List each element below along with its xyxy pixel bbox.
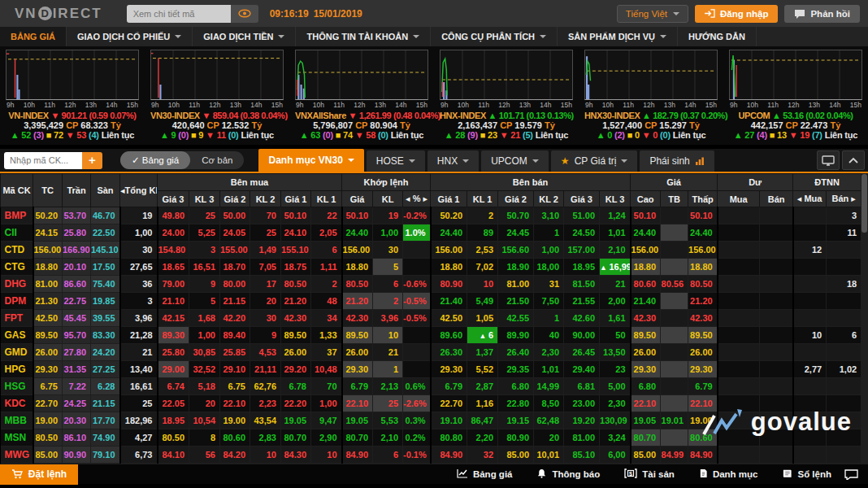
column-header[interactable]: Giá — [342, 191, 373, 207]
menu-item[interactable]: SẢN PHẨM DỊCH VỤ — [558, 27, 678, 46]
turnover-value: 80.904 — [370, 120, 400, 130]
symbol-cell[interactable]: DHG — [1, 276, 33, 293]
column-group-header[interactable]: Mã CK — [1, 174, 33, 207]
bid-price-3-cell: 154.80 — [158, 242, 189, 259]
column-group-header[interactable]: TC — [33, 174, 63, 207]
column-group-header[interactable]: Khớp lệnh — [342, 174, 431, 191]
index-panel[interactable]: 9h10h11h12h13h14h15hVN30-INDEX ▼ 859.04 … — [145, 50, 289, 145]
view-option[interactable]: Cơ bản — [190, 151, 244, 169]
match-change-cell: -0.5% — [403, 310, 431, 327]
column-group-header[interactable]: ◂Tổng KL▸ — [120, 174, 158, 207]
column-header[interactable]: Bán — [760, 191, 793, 207]
column-group-header[interactable]: Sàn — [91, 174, 120, 207]
view-detail-button[interactable] — [231, 5, 258, 23]
ceiling-count: (2) — [612, 130, 625, 140]
index-panel[interactable]: 9h10h11h12h13h14h15hHNX-INDEX ▲ 101.71 (… — [434, 50, 579, 145]
foreign-sell-cell — [827, 344, 861, 361]
low-cell: 80.60 — [688, 429, 718, 447]
symbol-cell[interactable]: BMP — [1, 207, 33, 224]
tab-hose[interactable]: HOSE — [367, 150, 425, 172]
column-header[interactable]: ◂ % ▸ — [403, 191, 431, 207]
index-panel[interactable]: 9h10h11h12h13h14h15hVNXAllShare ▼ 1,261.… — [289, 50, 434, 145]
feedback-button[interactable]: Phản hồi — [784, 5, 860, 23]
index-panel[interactable]: 9h10h11h12h13h14h15hVN-INDEX ▼ 901.21 (0… — [0, 50, 145, 145]
column-header[interactable]: KL 3 — [189, 191, 220, 207]
tab-phái-sinh[interactable]: Phái sinh — [640, 150, 714, 172]
bottombar-item-money[interactable]: $Tài sản — [624, 468, 675, 480]
column-group-header[interactable]: Bên mua — [158, 174, 342, 191]
x-tick-label: 13h — [230, 101, 241, 109]
menu-item[interactable]: CÔNG CỤ PHÂN TÍCH — [431, 27, 558, 46]
support-chat-button[interactable] — [844, 469, 858, 480]
tab-danh-mục-vn30[interactable]: Danh mục VN30 — [258, 149, 363, 172]
symbol-cell[interactable]: CTD — [1, 242, 33, 259]
column-header[interactable]: Cao — [631, 191, 661, 207]
symbol-cell[interactable]: DPM — [1, 293, 33, 310]
column-header[interactable]: KL 1 — [311, 191, 342, 207]
column-header[interactable]: Mua — [718, 191, 760, 207]
column-group-header[interactable]: Trần — [63, 174, 91, 207]
column-header[interactable]: Giá 2 — [498, 191, 534, 207]
index-panel[interactable]: 9h10h11h12h13h14h15hUPCOM ▲ 53.16 (0.02 … — [723, 50, 868, 145]
vertical-scrollbar[interactable] — [861, 173, 868, 464]
column-header[interactable]: Giá 3 — [564, 191, 600, 207]
bid-price-3-cell: 89.30 — [158, 327, 189, 344]
symbol-cell[interactable]: CII — [1, 224, 33, 242]
add-symbol-button[interactable]: + — [82, 152, 102, 169]
chevron-down-icon — [278, 35, 284, 38]
menu-item[interactable]: THÔNG TIN TÀI KHOẢN — [296, 27, 431, 46]
column-header[interactable]: Giá 1 — [431, 191, 467, 207]
column-header[interactable]: Giá 3 — [158, 191, 189, 207]
symbol-cell[interactable]: HPG — [1, 361, 33, 378]
column-header[interactable]: KL 3 — [600, 191, 631, 207]
menu-item[interactable]: GIAO DỊCH TIỀN — [193, 27, 296, 46]
column-header[interactable]: TB — [661, 191, 688, 207]
column-header[interactable]: Giá 2 — [220, 191, 250, 207]
collapse-panel-button[interactable] — [842, 150, 865, 170]
login-button[interactable]: Đăng nhập — [695, 5, 778, 23]
column-header[interactable]: KL 2 — [250, 191, 281, 207]
symbol-cell[interactable]: FPT — [1, 310, 33, 327]
column-header[interactable]: Bán ▸ — [827, 191, 861, 207]
symbol-cell[interactable]: CTG — [1, 259, 33, 276]
bottombar-item-chart-line[interactable]: Bảng giá — [457, 468, 513, 480]
column-group-header[interactable]: Dư — [718, 174, 793, 191]
bottombar-item-doc[interactable]: Danh mục — [699, 468, 758, 480]
symbol-cell[interactable]: HSG — [1, 378, 33, 395]
symbol-cell[interactable]: MSN — [1, 429, 33, 447]
menu-item[interactable]: GIAO DỊCH CỔ PHIẾU — [67, 27, 193, 46]
column-header[interactable]: Giá 1 — [281, 191, 311, 207]
place-order-button[interactable]: Đặt lệnh — [0, 464, 78, 485]
symbol-cell[interactable]: KDC — [1, 395, 33, 412]
bid-price-1-cell: 42.30 — [281, 310, 311, 327]
symbol-detail-input[interactable] — [127, 5, 231, 23]
index-panel[interactable]: 9h10h11h12h13h14h15hHNX30-INDEX ▲ 182.79… — [579, 50, 723, 145]
index-volume: 3,395,429 CP 68.323 Tỷ — [6, 120, 139, 130]
symbol-cell[interactable]: MWG — [1, 447, 33, 464]
column-header[interactable]: KL 2 — [534, 191, 564, 207]
symbol-cell[interactable]: GAS — [1, 327, 33, 344]
column-header[interactable]: KL — [373, 191, 403, 207]
tab-upcom[interactable]: UPCOM — [481, 150, 549, 172]
bottombar-item-bell[interactable]: Thông báo — [536, 468, 600, 480]
column-header[interactable]: Thấp — [688, 191, 718, 207]
ask-vol-2-cell: 3,10 — [534, 207, 564, 224]
bottombar-item-book[interactable]: Sổ lệnh — [782, 468, 831, 480]
symbol-input[interactable] — [4, 152, 82, 169]
column-group-header[interactable]: Giá — [631, 174, 718, 191]
language-select[interactable]: Tiếng Việt — [617, 5, 688, 23]
menu-item[interactable]: HƯỚNG DẪN — [678, 27, 757, 46]
tab-hnx[interactable]: HNX — [427, 150, 479, 172]
bid-vol-1-cell: 9,47 — [311, 412, 342, 429]
symbol-cell[interactable]: MBB — [1, 412, 33, 429]
view-option[interactable]: ✓ Bảng giá — [120, 151, 190, 169]
tab-cp-giá-trị[interactable]: ★ CP Giá trị — [551, 150, 638, 172]
multi-monitor-button[interactable] — [817, 150, 840, 170]
column-header[interactable]: ◂ Mua — [793, 191, 827, 207]
column-group-header[interactable]: ĐTNN — [793, 174, 861, 191]
menu-item[interactable]: BẢNG GIÁ — [0, 27, 67, 46]
column-group-header[interactable]: Bên bán — [431, 174, 631, 191]
symbol-cell[interactable]: GMD — [1, 344, 33, 361]
column-header[interactable]: KL 1 — [467, 191, 498, 207]
scrollbar-thumb[interactable] — [861, 174, 867, 233]
